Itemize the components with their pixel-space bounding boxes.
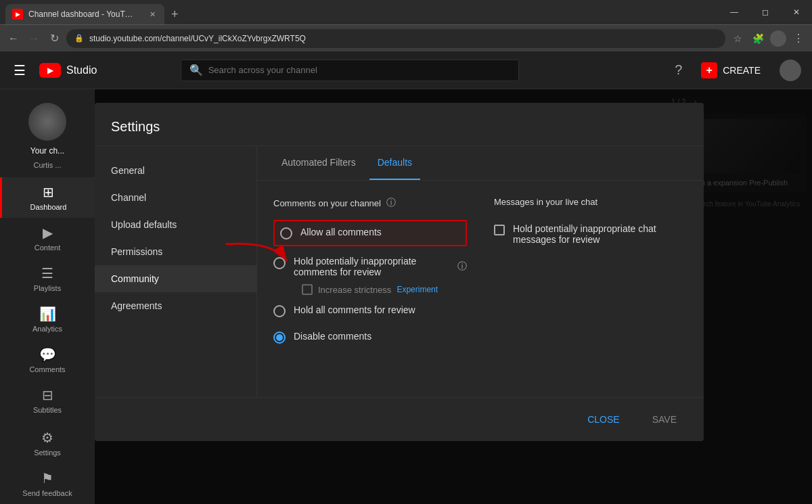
- sidebar-item-analytics[interactable]: 📊 Analytics: [0, 299, 95, 340]
- yt-logo-icon: [39, 63, 61, 78]
- back-button[interactable]: ←: [5, 30, 22, 47]
- modal-title: Settings: [95, 103, 704, 146]
- settings-nav-upload-defaults[interactable]: Upload defaults: [95, 211, 256, 238]
- profile-icon[interactable]: [770, 30, 786, 47]
- settings-nav-general[interactable]: General: [95, 157, 256, 184]
- radio-hold-all-comments[interactable]: Hold all comments for review: [273, 299, 467, 323]
- tab-automated-filters[interactable]: Automated Filters: [273, 146, 364, 180]
- comments-section-title: Comments on your channel: [273, 198, 381, 208]
- settings-nav-channel[interactable]: Channel: [95, 184, 256, 211]
- user-avatar[interactable]: [780, 60, 801, 81]
- maximize-button[interactable]: ◻: [750, 0, 781, 24]
- chat-checkbox: [494, 225, 505, 235]
- sidebar-item-subtitles[interactable]: ⊟ Subtitles: [0, 380, 95, 421]
- search-icon: 🔍: [189, 64, 203, 76]
- sidebar-item-settings[interactable]: ⚙ Settings: [0, 423, 95, 463]
- subtitles-label: Subtitles: [33, 406, 62, 414]
- new-tab-button[interactable]: +: [164, 7, 185, 24]
- experiment-badge: Experiment: [397, 285, 438, 294]
- radio-allow-all-label: Allow all comments: [300, 227, 382, 237]
- content-icon: ▶: [43, 225, 53, 241]
- tab-title: Channel dashboard - YouTube S...: [28, 9, 137, 19]
- channel-sub: Curtis ...: [34, 161, 62, 169]
- strictness-checkbox[interactable]: [302, 284, 313, 295]
- hold-inappropriate-help-icon[interactable]: ⓘ: [457, 260, 467, 273]
- chat-section-title: Messages in your live chat: [494, 197, 597, 207]
- tab-favicon: ▶: [12, 9, 23, 20]
- settings-icon: ⚙: [41, 430, 53, 446]
- create-label: CREATE: [723, 65, 761, 76]
- radio-disable-label: Disable comments: [294, 331, 371, 342]
- channel-name: Your ch...: [30, 146, 64, 156]
- channel-avatar: [28, 103, 66, 141]
- content-label: Content: [35, 244, 61, 252]
- settings-modal: Settings General Channel Uplo: [95, 103, 704, 441]
- playlists-label: Playlists: [34, 284, 61, 292]
- hamburger-menu[interactable]: ☰: [11, 60, 28, 81]
- settings-label: Settings: [34, 449, 61, 457]
- extension-icon[interactable]: 🧩: [750, 30, 766, 47]
- help-icon[interactable]: ?: [675, 62, 682, 78]
- close-button-modal[interactable]: CLOSE: [577, 409, 630, 430]
- sidebar-item-feedback[interactable]: ⚑ Send feedback: [0, 463, 95, 504]
- yt-logo-text: Studio: [66, 64, 97, 76]
- sidebar-item-comments[interactable]: 💬 Comments: [0, 340, 95, 380]
- chat-hold-option[interactable]: Hold potentially inappropriate chat mess…: [494, 218, 687, 250]
- radio-allow-all-comments[interactable]: Allow all comments: [273, 220, 467, 246]
- comments-label: Comments: [29, 365, 65, 373]
- tab-close-icon[interactable]: ✕: [147, 9, 158, 20]
- red-arrow-annotation: [219, 237, 294, 281]
- red-arrow-svg: [219, 237, 294, 278]
- menu-dots-icon[interactable]: ⋮: [790, 30, 807, 47]
- dashboard-icon: ⊞: [43, 184, 54, 200]
- create-icon: [701, 62, 717, 78]
- strictness-label: Increase strictness: [318, 285, 391, 295]
- search-input[interactable]: [208, 65, 510, 75]
- comments-icon: 💬: [39, 346, 56, 363]
- chat-option-label: Hold potentially inappropriate chat mess…: [513, 223, 687, 245]
- radio-disable-circle: [273, 331, 286, 344]
- subtitles-icon: ⊟: [42, 387, 53, 403]
- settings-nav-agreements[interactable]: Agreements: [95, 292, 256, 319]
- radio-hold-all-circle: [273, 305, 286, 317]
- bookmark-icon[interactable]: ☆: [729, 30, 746, 47]
- address-bar[interactable]: 🔒 studio.youtube.com/channel/UCvY_ilCkXo…: [66, 29, 725, 48]
- create-button[interactable]: CREATE: [693, 58, 769, 83]
- save-button-modal[interactable]: SAVE: [641, 409, 687, 430]
- feedback-label: Send feedback: [22, 489, 72, 497]
- refresh-button[interactable]: ↻: [46, 30, 62, 47]
- radio-hold-all-label: Hold all comments for review: [294, 304, 415, 315]
- sidebar-item-dashboard[interactable]: ⊞ Dashboard: [0, 177, 95, 218]
- radio-hold-inappropriate-label: Hold potentially inappropriate comments …: [294, 256, 452, 277]
- url-text: studio.youtube.com/channel/UCvY_ilCkXoZY…: [89, 34, 306, 43]
- playlists-icon: ☰: [41, 265, 53, 281]
- dashboard-label: Dashboard: [30, 203, 67, 211]
- feedback-icon: ⚑: [41, 470, 53, 486]
- sidebar-item-playlists[interactable]: ☰ Playlists: [0, 258, 95, 299]
- search-bar[interactable]: 🔍: [181, 60, 519, 81]
- analytics-label: Analytics: [32, 325, 62, 333]
- radio-hold-inappropriate[interactable]: Hold potentially inappropriate comments …: [273, 250, 467, 283]
- lock-icon: 🔒: [74, 34, 84, 43]
- forward-button[interactable]: →: [26, 30, 42, 47]
- analytics-icon: 📊: [39, 306, 56, 322]
- comments-help-icon[interactable]: ⓘ: [386, 197, 396, 209]
- tab-defaults[interactable]: Defaults: [369, 146, 420, 180]
- yt-studio-logo[interactable]: Studio: [39, 63, 97, 78]
- minimize-button[interactable]: —: [719, 0, 750, 24]
- radio-disable-comments[interactable]: Disable comments: [273, 325, 467, 349]
- close-button[interactable]: ✕: [781, 0, 812, 24]
- modal-overlay: Settings General Channel Uplo: [95, 89, 812, 504]
- sidebar-item-content[interactable]: ▶ Content: [0, 218, 95, 258]
- active-tab[interactable]: ▶ Channel dashboard - YouTube S... ✕: [5, 4, 164, 24]
